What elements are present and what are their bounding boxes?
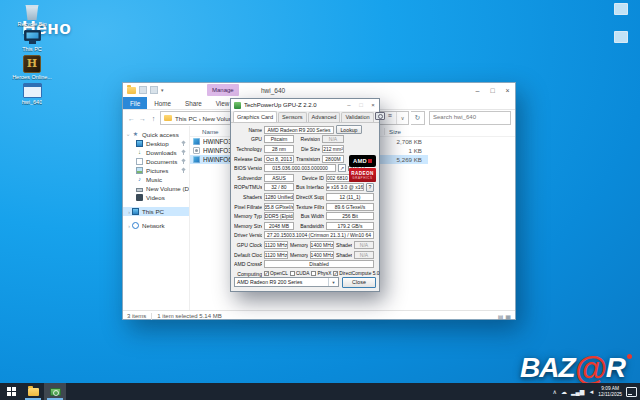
search-input[interactable] <box>430 112 510 122</box>
taskbar-gpuz-button[interactable] <box>44 383 66 400</box>
desktop-icon-recycle-bin[interactable]: Recycle Bin <box>8 3 56 27</box>
sidebar-item-music[interactable]: Music <box>123 175 189 184</box>
gpuz-close-x-button[interactable]: × <box>367 99 379 111</box>
taskbar-clock[interactable]: 9:09 AM 12/11/2025 <box>598 386 622 398</box>
gpuz-tab-row: Graphics CardSensorsAdvancedValidation≡ <box>231 111 379 123</box>
gpuz-label-memory: Memory <box>290 242 308 248</box>
desktop-shortcut-2[interactable] <box>614 31 628 43</box>
ribbon-tab-file[interactable]: File <box>123 97 147 109</box>
gpuz-tab-validation[interactable]: Validation <box>341 112 373 122</box>
bus-interface-help-button[interactable]: ? <box>366 183 374 192</box>
recycle-bin-icon <box>25 3 40 20</box>
desktop-icon-hwi-archive[interactable]: hwi_640 <box>8 83 56 105</box>
ribbon-tab-home[interactable]: Home <box>147 97 178 109</box>
qat-customize-caret-icon[interactable]: ▾ <box>161 87 164 93</box>
hwi-archive-icon <box>23 83 42 98</box>
gpuz-label-shader: Shader <box>336 252 352 258</box>
gpuz-label-default-clock: Default Clock <box>234 252 262 258</box>
taskbar-explorer-button[interactable] <box>22 383 44 400</box>
sidebar-item-this-pc[interactable]: ›This PC <box>123 207 189 216</box>
gpuz-field-directx-support: 12 (11_1) <box>326 193 374 201</box>
forward-button[interactable]: → <box>138 115 147 122</box>
gpuz-field-transistors: 2800M <box>322 155 344 163</box>
sidebar-item-quick-access[interactable]: ›Quick access <box>123 130 189 139</box>
watermark-dot-icon <box>627 354 632 359</box>
volume-icon[interactable]: ◄ <box>588 388 594 396</box>
qat-button-1[interactable] <box>139 86 147 94</box>
status-bar: 3 items 1 item selected 5.14 MB ▤ ▦ <box>123 310 515 321</box>
menu-icon[interactable]: ≡ <box>388 113 392 119</box>
gpuz-button-lookup[interactable]: Lookup <box>336 125 362 134</box>
gpuz-bottom-bar: AMD Radeon R9 200 Series ▼ Close <box>234 276 376 288</box>
gpuz-row: Technology28 nmDie Size212 mm² <box>234 144 376 154</box>
sidebar-item-new-volume-d[interactable]: New Volume (D:) <box>123 184 189 193</box>
thumbnails-view-button[interactable]: ▦ <box>505 313 511 320</box>
gpuz-label-name: Name <box>234 127 262 133</box>
desktop-icon-this-pc[interactable]: This PC <box>8 30 56 52</box>
star-icon <box>132 131 139 138</box>
sidebar-item-network[interactable]: ›Network <box>123 221 189 230</box>
sidebar-item-videos[interactable]: Videos <box>123 193 189 202</box>
folder-icon <box>164 115 172 121</box>
gpuz-label-driver-version: Driver Version <box>234 232 262 238</box>
gpuz-field-subvendor: ASUS <box>264 174 294 182</box>
radeon-badge: RADEON GRAPHICS <box>349 168 376 182</box>
hidden-icons-chevron[interactable]: ∧ <box>553 388 557 396</box>
gpuz-close-button[interactable]: Close <box>342 277 376 288</box>
close-button[interactable]: × <box>500 83 515 97</box>
desktop-shortcut-1[interactable] <box>614 3 628 15</box>
explorer-window-title: hwi_640 <box>261 87 285 94</box>
desktop-icon-heroes-game[interactable]: Heroes Online... <box>8 55 56 80</box>
gpu-select-dropdown[interactable]: AMD Radeon R9 200 Series ▼ <box>234 277 339 287</box>
sidebar-item-downloads[interactable]: Downloads <box>123 148 189 157</box>
watermark-text: BAZ <box>520 352 575 383</box>
gpuz-row: NameAMD Radeon R9 200 SeriesLookup <box>234 125 376 135</box>
gpuz-field-amd-crossfire: Disabled <box>264 260 374 268</box>
qat-button-2[interactable] <box>150 86 158 94</box>
onedrive-icon[interactable]: ☁ <box>561 388 567 396</box>
gpuz-row: Pixel Fillrate35.8 GPixel/sTexture Fillr… <box>234 202 376 212</box>
up-button[interactable]: ↑ <box>149 115 158 122</box>
gpu-select-value: AMD Radeon R9 200 Series <box>235 279 328 285</box>
sidebar-item-label: Downloads <box>146 149 177 156</box>
network-icon[interactable]: ▂▄▆ <box>571 388 584 396</box>
address-dropdown-icon[interactable]: ∨ <box>396 112 408 124</box>
radeon-badge-subtext: GRAPHICS <box>352 176 372 180</box>
gpuz-tab-advanced[interactable]: Advanced <box>308 112 341 122</box>
videos-icon <box>136 194 143 201</box>
camera-icon[interactable] <box>375 112 385 120</box>
gpuz-row: Memory TypeGDDR5 (Elpida)Bus Width256 Bi… <box>234 211 376 221</box>
start-button[interactable] <box>0 383 22 400</box>
minimize-button[interactable]: – <box>470 83 485 97</box>
sidebar-item-pictures[interactable]: Pictures <box>123 166 189 175</box>
back-button[interactable]: ← <box>127 115 136 122</box>
sidebar-item-label: Quick access <box>142 131 179 138</box>
search-box <box>429 111 511 125</box>
sidebar-item-desktop[interactable]: Desktop <box>123 139 189 148</box>
ribbon-tab-share[interactable]: Share <box>178 97 209 109</box>
details-view-button[interactable]: ▤ <box>498 313 504 320</box>
gpuz-field-shaders: 1280 Unified <box>264 193 294 201</box>
gpuz-field-technology: 28 nm <box>264 145 294 153</box>
app-file-icon <box>193 156 200 163</box>
gpuz-minimize-button[interactable]: – <box>343 99 355 111</box>
sidebar-item-label: Videos <box>146 194 165 201</box>
amd-logo-text: AMD <box>353 158 367 164</box>
sidebar-item-label: This PC <box>142 208 164 215</box>
export-bios-icon[interactable]: ↗ <box>338 164 346 172</box>
gpuz-label-subvendor: Subvendor <box>234 175 262 181</box>
this-pc-icon <box>24 30 41 45</box>
action-center-icon[interactable] <box>626 387 637 397</box>
column-header-size[interactable]: Size <box>385 128 433 135</box>
gpuz-maximize-button: □ <box>355 99 367 111</box>
manage-contextual-label[interactable]: Manage <box>207 84 239 96</box>
maximize-button[interactable]: □ <box>485 83 500 97</box>
sidebar-item-documents[interactable]: Documents <box>123 157 189 166</box>
desktop-icon-label: hwi_640 <box>22 99 43 105</box>
refresh-button[interactable]: ↻ <box>411 111 425 125</box>
gpuz-tab-graphics-card[interactable]: Graphics Card <box>233 111 277 122</box>
gpuz-field-default-clock: 1120 MHz <box>264 251 288 259</box>
quick-access-toolbar: ▾ <box>123 86 164 94</box>
gpuz-tab-sensors[interactable]: Sensors <box>278 112 307 122</box>
chevron-down-icon: ▼ <box>328 278 338 286</box>
